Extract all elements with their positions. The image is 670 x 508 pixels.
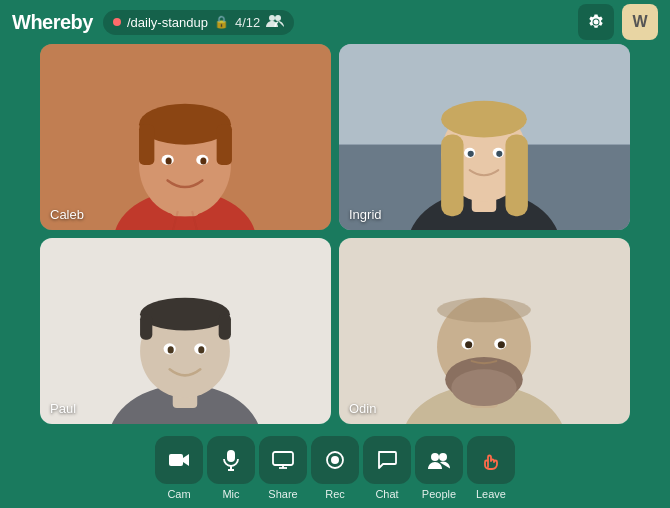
cam-tool: Cam	[155, 436, 203, 500]
participant-label-ingrid: Ingrid	[349, 207, 382, 222]
svg-point-38	[168, 346, 174, 353]
rec-label: Rec	[325, 488, 345, 500]
svg-rect-35	[219, 314, 231, 340]
leave-tool: Leave	[467, 436, 515, 500]
svg-rect-22	[441, 134, 463, 216]
svg-point-39	[198, 346, 204, 353]
rec-tool: Rec	[311, 436, 359, 500]
user-avatar-button[interactable]: W	[622, 4, 658, 40]
video-tile-caleb: Caleb	[40, 44, 331, 230]
participant-count: 4/12	[235, 15, 260, 30]
svg-point-28	[496, 151, 502, 157]
leave-button[interactable]	[467, 436, 515, 484]
svg-rect-9	[217, 124, 232, 165]
chat-button[interactable]	[363, 436, 411, 484]
share-button[interactable]	[259, 436, 307, 484]
video-grid: Caleb Ingrid	[0, 44, 670, 424]
cam-button[interactable]	[155, 436, 203, 484]
leave-label: Leave	[476, 488, 506, 500]
rec-button[interactable]	[311, 436, 359, 484]
people-icon-header	[266, 14, 284, 31]
participant-label-paul: Paul	[50, 401, 76, 416]
svg-point-12	[166, 157, 172, 164]
svg-point-27	[468, 151, 474, 157]
header: Whereby /daily-standup 🔒 4/12	[0, 0, 670, 44]
svg-point-60	[431, 453, 439, 461]
svg-rect-52	[227, 450, 235, 462]
svg-rect-34	[140, 314, 152, 340]
svg-point-49	[465, 341, 472, 348]
mic-label: Mic	[222, 488, 239, 500]
svg-rect-8	[139, 124, 154, 165]
svg-point-44	[437, 298, 531, 323]
svg-point-1	[275, 15, 281, 21]
video-tile-ingrid: Ingrid	[339, 44, 630, 230]
svg-point-59	[331, 456, 339, 464]
header-left: Whereby /daily-standup 🔒 4/12	[12, 10, 294, 35]
room-name: /daily-standup	[127, 15, 208, 30]
svg-rect-55	[273, 452, 293, 465]
people-button[interactable]	[415, 436, 463, 484]
people-label: People	[422, 488, 456, 500]
header-right: W	[578, 4, 658, 40]
svg-point-33	[140, 298, 230, 331]
chat-label: Chat	[375, 488, 398, 500]
share-label: Share	[268, 488, 297, 500]
toolbar: Cam Mic Share	[0, 428, 670, 508]
room-status-dot	[113, 18, 121, 26]
mic-button[interactable]	[207, 436, 255, 484]
chat-tool: Chat	[363, 436, 411, 500]
svg-point-61	[439, 453, 447, 461]
svg-point-50	[498, 341, 505, 348]
settings-button[interactable]	[578, 4, 614, 40]
svg-point-46	[451, 369, 516, 406]
svg-point-13	[200, 157, 206, 164]
video-tile-odin: Odin	[339, 238, 630, 424]
svg-point-24	[441, 101, 527, 138]
participant-label-odin: Odin	[349, 401, 376, 416]
share-tool: Share	[259, 436, 307, 500]
people-tool: People	[415, 436, 463, 500]
svg-rect-51	[169, 454, 183, 466]
video-tile-paul: Paul	[40, 238, 331, 424]
lock-icon: 🔒	[214, 15, 229, 29]
mic-tool: Mic	[207, 436, 255, 500]
cam-label: Cam	[167, 488, 190, 500]
svg-point-0	[269, 15, 275, 21]
svg-rect-23	[505, 134, 527, 216]
participant-label-caleb: Caleb	[50, 207, 84, 222]
room-info: /daily-standup 🔒 4/12	[103, 10, 294, 35]
logo: Whereby	[12, 11, 93, 34]
